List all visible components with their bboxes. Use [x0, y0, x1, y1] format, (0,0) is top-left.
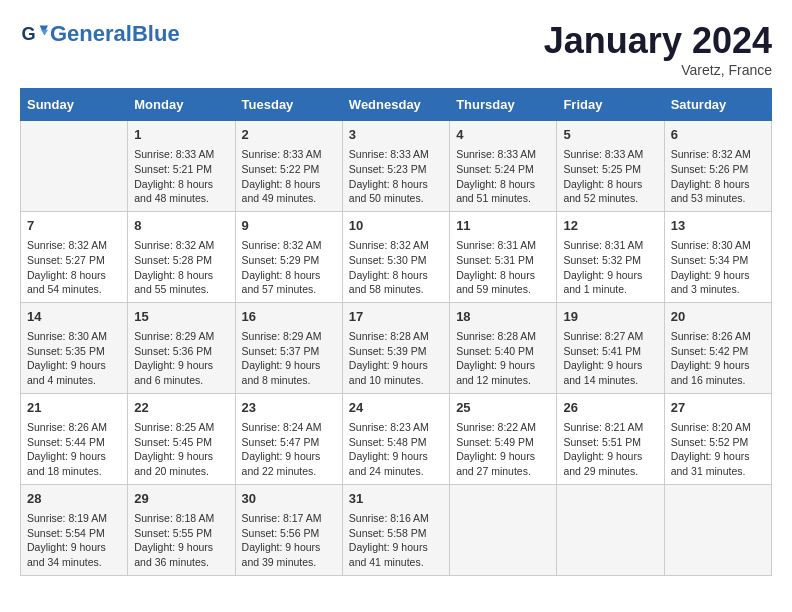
day-info: Sunrise: 8:33 AMSunset: 5:23 PMDaylight:…: [349, 147, 443, 206]
day-cell: 31Sunrise: 8:16 AMSunset: 5:58 PMDayligh…: [342, 484, 449, 575]
day-number: 13: [671, 217, 765, 235]
day-cell: 20Sunrise: 8:26 AMSunset: 5:42 PMDayligh…: [664, 302, 771, 393]
day-info: Sunrise: 8:33 AMSunset: 5:21 PMDaylight:…: [134, 147, 228, 206]
day-number: 5: [563, 126, 657, 144]
day-cell: 7Sunrise: 8:32 AMSunset: 5:27 PMDaylight…: [21, 211, 128, 302]
day-number: 18: [456, 308, 550, 326]
day-info: Sunrise: 8:32 AMSunset: 5:30 PMDaylight:…: [349, 238, 443, 297]
column-header-sunday: Sunday: [21, 89, 128, 121]
day-info: Sunrise: 8:25 AMSunset: 5:45 PMDaylight:…: [134, 420, 228, 479]
day-info: Sunrise: 8:21 AMSunset: 5:51 PMDaylight:…: [563, 420, 657, 479]
day-number: 12: [563, 217, 657, 235]
day-cell: 28Sunrise: 8:19 AMSunset: 5:54 PMDayligh…: [21, 484, 128, 575]
column-header-friday: Friday: [557, 89, 664, 121]
day-cell: 6Sunrise: 8:32 AMSunset: 5:26 PMDaylight…: [664, 121, 771, 212]
day-cell: 13Sunrise: 8:30 AMSunset: 5:34 PMDayligh…: [664, 211, 771, 302]
day-number: 7: [27, 217, 121, 235]
logo: G GeneralBlue: [20, 20, 180, 48]
day-info: Sunrise: 8:24 AMSunset: 5:47 PMDaylight:…: [242, 420, 336, 479]
day-number: 1: [134, 126, 228, 144]
day-info: Sunrise: 8:32 AMSunset: 5:26 PMDaylight:…: [671, 147, 765, 206]
day-cell: 23Sunrise: 8:24 AMSunset: 5:47 PMDayligh…: [235, 393, 342, 484]
day-cell: 15Sunrise: 8:29 AMSunset: 5:36 PMDayligh…: [128, 302, 235, 393]
day-number: 19: [563, 308, 657, 326]
day-cell: 24Sunrise: 8:23 AMSunset: 5:48 PMDayligh…: [342, 393, 449, 484]
day-number: 9: [242, 217, 336, 235]
day-number: 16: [242, 308, 336, 326]
day-cell: 27Sunrise: 8:20 AMSunset: 5:52 PMDayligh…: [664, 393, 771, 484]
logo-blue: Blue: [132, 21, 180, 46]
title-area: January 2024 Varetz, France: [544, 20, 772, 78]
day-cell: 2Sunrise: 8:33 AMSunset: 5:22 PMDaylight…: [235, 121, 342, 212]
column-header-monday: Monday: [128, 89, 235, 121]
day-number: 15: [134, 308, 228, 326]
day-number: 24: [349, 399, 443, 417]
day-number: 20: [671, 308, 765, 326]
week-row-5: 28Sunrise: 8:19 AMSunset: 5:54 PMDayligh…: [21, 484, 772, 575]
calendar-table: SundayMondayTuesdayWednesdayThursdayFrid…: [20, 88, 772, 576]
day-info: Sunrise: 8:17 AMSunset: 5:56 PMDaylight:…: [242, 511, 336, 570]
week-row-4: 21Sunrise: 8:26 AMSunset: 5:44 PMDayligh…: [21, 393, 772, 484]
day-info: Sunrise: 8:32 AMSunset: 5:29 PMDaylight:…: [242, 238, 336, 297]
day-cell: 1Sunrise: 8:33 AMSunset: 5:21 PMDaylight…: [128, 121, 235, 212]
day-info: Sunrise: 8:33 AMSunset: 5:22 PMDaylight:…: [242, 147, 336, 206]
day-info: Sunrise: 8:28 AMSunset: 5:40 PMDaylight:…: [456, 329, 550, 388]
day-info: Sunrise: 8:16 AMSunset: 5:58 PMDaylight:…: [349, 511, 443, 570]
day-number: 25: [456, 399, 550, 417]
day-number: 14: [27, 308, 121, 326]
day-cell: 11Sunrise: 8:31 AMSunset: 5:31 PMDayligh…: [450, 211, 557, 302]
day-cell: [664, 484, 771, 575]
day-info: Sunrise: 8:22 AMSunset: 5:49 PMDaylight:…: [456, 420, 550, 479]
page-header: G GeneralBlue January 2024 Varetz, Franc…: [20, 20, 772, 78]
day-number: 28: [27, 490, 121, 508]
day-info: Sunrise: 8:23 AMSunset: 5:48 PMDaylight:…: [349, 420, 443, 479]
day-info: Sunrise: 8:18 AMSunset: 5:55 PMDaylight:…: [134, 511, 228, 570]
day-cell: 3Sunrise: 8:33 AMSunset: 5:23 PMDaylight…: [342, 121, 449, 212]
day-number: 21: [27, 399, 121, 417]
day-number: 8: [134, 217, 228, 235]
day-cell: 4Sunrise: 8:33 AMSunset: 5:24 PMDaylight…: [450, 121, 557, 212]
day-info: Sunrise: 8:19 AMSunset: 5:54 PMDaylight:…: [27, 511, 121, 570]
header-row: SundayMondayTuesdayWednesdayThursdayFrid…: [21, 89, 772, 121]
logo-general: General: [50, 21, 132, 46]
month-title: January 2024: [544, 20, 772, 62]
logo-text: GeneralBlue: [50, 21, 180, 47]
column-header-wednesday: Wednesday: [342, 89, 449, 121]
day-cell: 9Sunrise: 8:32 AMSunset: 5:29 PMDaylight…: [235, 211, 342, 302]
day-cell: 19Sunrise: 8:27 AMSunset: 5:41 PMDayligh…: [557, 302, 664, 393]
day-info: Sunrise: 8:32 AMSunset: 5:28 PMDaylight:…: [134, 238, 228, 297]
svg-text:G: G: [21, 24, 35, 44]
day-cell: 26Sunrise: 8:21 AMSunset: 5:51 PMDayligh…: [557, 393, 664, 484]
day-info: Sunrise: 8:30 AMSunset: 5:35 PMDaylight:…: [27, 329, 121, 388]
column-header-saturday: Saturday: [664, 89, 771, 121]
day-info: Sunrise: 8:31 AMSunset: 5:32 PMDaylight:…: [563, 238, 657, 297]
day-number: 4: [456, 126, 550, 144]
day-number: 29: [134, 490, 228, 508]
day-info: Sunrise: 8:26 AMSunset: 5:44 PMDaylight:…: [27, 420, 121, 479]
day-info: Sunrise: 8:33 AMSunset: 5:25 PMDaylight:…: [563, 147, 657, 206]
day-cell: 17Sunrise: 8:28 AMSunset: 5:39 PMDayligh…: [342, 302, 449, 393]
day-info: Sunrise: 8:31 AMSunset: 5:31 PMDaylight:…: [456, 238, 550, 297]
day-cell: 12Sunrise: 8:31 AMSunset: 5:32 PMDayligh…: [557, 211, 664, 302]
day-cell: 8Sunrise: 8:32 AMSunset: 5:28 PMDaylight…: [128, 211, 235, 302]
day-number: 26: [563, 399, 657, 417]
day-number: 27: [671, 399, 765, 417]
day-info: Sunrise: 8:32 AMSunset: 5:27 PMDaylight:…: [27, 238, 121, 297]
logo-icon: G: [20, 20, 48, 48]
column-header-thursday: Thursday: [450, 89, 557, 121]
day-info: Sunrise: 8:30 AMSunset: 5:34 PMDaylight:…: [671, 238, 765, 297]
day-cell: 18Sunrise: 8:28 AMSunset: 5:40 PMDayligh…: [450, 302, 557, 393]
day-info: Sunrise: 8:26 AMSunset: 5:42 PMDaylight:…: [671, 329, 765, 388]
day-number: 17: [349, 308, 443, 326]
day-cell: [21, 121, 128, 212]
location: Varetz, France: [544, 62, 772, 78]
day-info: Sunrise: 8:33 AMSunset: 5:24 PMDaylight:…: [456, 147, 550, 206]
day-number: 30: [242, 490, 336, 508]
day-number: 2: [242, 126, 336, 144]
svg-marker-2: [41, 30, 48, 36]
day-info: Sunrise: 8:27 AMSunset: 5:41 PMDaylight:…: [563, 329, 657, 388]
day-info: Sunrise: 8:20 AMSunset: 5:52 PMDaylight:…: [671, 420, 765, 479]
day-cell: [557, 484, 664, 575]
week-row-1: 1Sunrise: 8:33 AMSunset: 5:21 PMDaylight…: [21, 121, 772, 212]
day-cell: 21Sunrise: 8:26 AMSunset: 5:44 PMDayligh…: [21, 393, 128, 484]
